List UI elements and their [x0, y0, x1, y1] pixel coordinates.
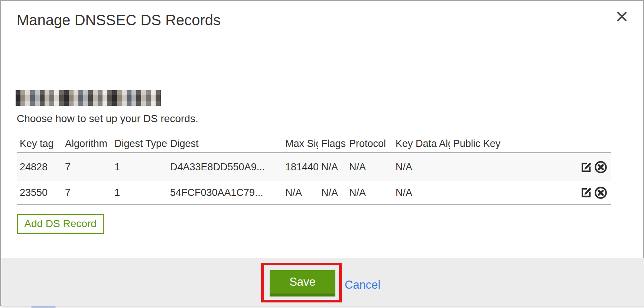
close-button[interactable]: [615, 10, 628, 24]
cell-digest: 54FCF030AA1C79...: [167, 187, 282, 199]
edit-record-icon[interactable]: [582, 186, 593, 200]
cell-digest-type: 1: [111, 187, 167, 199]
cell-digest: D4A33E8DD550A9...: [167, 161, 282, 173]
column-header-key-data-alg: Key Data Alg: [393, 138, 450, 150]
ds-record-row: 24828 7 1 D4A33E8DD550A9... 1814400 N/A …: [17, 152, 611, 181]
close-icon: [617, 12, 627, 23]
cell-max-sig-life: 1814400: [282, 161, 318, 173]
cell-algorithm: 7: [62, 187, 111, 199]
cell-actions: [582, 186, 611, 200]
cell-key-tag: 23550: [17, 187, 62, 199]
cell-protocol: N/A: [346, 161, 393, 173]
underlying-page-artifact: [31, 306, 56, 308]
delete-record-icon[interactable]: [594, 186, 608, 200]
cell-protocol: N/A: [346, 187, 393, 199]
manage-dnssec-ds-records-dialog: Manage DNSSEC DS Records Choose how to s…: [0, 0, 644, 306]
column-header-flags: Flags: [318, 138, 346, 150]
add-ds-record-button[interactable]: Add DS Record: [17, 214, 104, 234]
delete-record-icon[interactable]: [594, 160, 608, 174]
column-header-digest-type: Digest Type: [111, 138, 167, 150]
column-header-key-tag: Key tag: [17, 138, 62, 150]
cell-flags: N/A: [318, 187, 346, 199]
cell-flags: N/A: [318, 161, 346, 173]
column-header-protocol: Protocol: [346, 138, 393, 150]
column-header-max-sig-life: Max Sig Life: [282, 138, 318, 150]
instruction-text: Choose how to set up your DS records.: [17, 113, 198, 125]
cell-algorithm: 7: [62, 161, 111, 173]
edit-record-icon[interactable]: [582, 160, 593, 174]
redacted-domain-name: [16, 90, 161, 106]
cell-digest-type: 1: [111, 161, 167, 173]
column-header-algorithm: Algorithm: [62, 138, 111, 150]
ds-records-table: Key tag Algorithm Digest Type Digest Max…: [17, 135, 611, 205]
column-header-digest: Digest: [167, 138, 282, 150]
dialog-title: Manage DNSSEC DS Records: [17, 12, 221, 29]
screen: Manage DNSSEC DS Records Choose how to s…: [0, 0, 644, 308]
table-header-row: Key tag Algorithm Digest Type Digest Max…: [17, 135, 611, 152]
cell-key-data-alg: N/A: [393, 187, 450, 199]
cell-key-data-alg: N/A: [393, 161, 450, 173]
column-header-public-key: Public Key: [450, 138, 582, 150]
save-button[interactable]: Save: [270, 270, 335, 296]
cell-max-sig-life: N/A: [282, 187, 318, 199]
ds-record-row: 23550 7 1 54FCF030AA1C79... N/A N/A N/A …: [17, 181, 611, 205]
cell-key-tag: 24828: [17, 161, 62, 173]
cell-actions: [582, 160, 611, 174]
cancel-link[interactable]: Cancel: [345, 278, 381, 292]
